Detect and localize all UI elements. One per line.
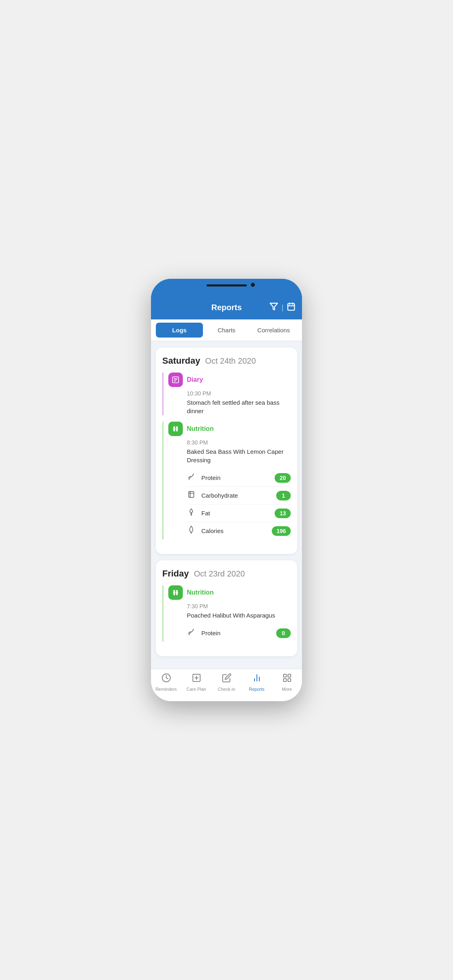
nav-care-plan-label: Care Plan xyxy=(186,687,206,692)
fat-label: Fat xyxy=(201,510,275,517)
protein-label-friday: Protein xyxy=(201,630,276,636)
nutrition-section-saturday: Nutrition 8:30 PM Baked Sea Bass With Le… xyxy=(162,422,291,539)
tabs-bar: Logs Charts Correlations xyxy=(151,319,302,341)
svg-point-19 xyxy=(176,592,178,593)
nutrition-description-saturday: Baked Sea Bass With Lemon Caper Dressing xyxy=(187,447,291,464)
nav-reports-label: Reports xyxy=(249,687,265,692)
calories-icon xyxy=(187,525,198,536)
svg-point-9 xyxy=(174,428,175,429)
svg-rect-31 xyxy=(283,674,286,677)
nutrient-protein-friday: Protein 0 xyxy=(187,624,291,642)
protein-value-friday: 0 xyxy=(276,628,291,638)
nav-reminders-label: Reminders xyxy=(155,687,177,692)
fat-icon xyxy=(187,508,198,519)
nutrition-header-friday: Nutrition xyxy=(168,585,291,600)
nutrient-protein: Protein 20 xyxy=(187,469,291,487)
reminders-icon xyxy=(161,673,171,685)
nutrition-icon-friday xyxy=(168,585,183,600)
svg-point-22 xyxy=(174,594,175,595)
nav-care-plan[interactable]: Care Plan xyxy=(181,673,211,692)
calories-value: 196 xyxy=(272,526,291,536)
nutrition-label-saturday: Nutrition xyxy=(187,425,214,432)
saturday-date: Oct 24th 2020 xyxy=(205,356,256,365)
svg-rect-1 xyxy=(288,304,295,311)
carbohydrate-label: Carbohydrate xyxy=(201,492,276,499)
diary-header: Diary xyxy=(168,373,291,387)
nutrient-calories: Calories 196 xyxy=(187,522,291,539)
nav-reminders[interactable]: Reminders xyxy=(151,673,181,692)
reports-icon xyxy=(252,673,262,685)
fat-value: 13 xyxy=(275,509,291,518)
saturday-card: Saturday Oct 24th 2020 xyxy=(156,348,297,554)
bottom-nav: Reminders Care Plan xyxy=(151,669,302,701)
svg-point-20 xyxy=(174,591,175,592)
more-icon xyxy=(282,673,292,685)
nutrition-time-friday: 7:30 PM xyxy=(187,603,291,609)
protein-value: 20 xyxy=(275,473,291,483)
nav-check-in[interactable]: Check-in xyxy=(211,673,242,692)
diary-label: Diary xyxy=(187,376,203,383)
protein-label: Protein xyxy=(201,474,275,481)
nav-more[interactable]: More xyxy=(272,673,302,692)
phone-frame: Reports | Logs xyxy=(151,279,302,701)
svg-point-18 xyxy=(174,592,175,593)
friday-card: Friday Oct 23rd 2020 xyxy=(156,560,297,656)
app-header: Reports | xyxy=(151,299,302,319)
nutrition-label-friday: Nutrition xyxy=(187,589,214,596)
diary-icon xyxy=(168,373,183,387)
protein-icon-friday xyxy=(187,628,198,638)
svg-rect-33 xyxy=(283,679,286,681)
nutrition-icon-saturday xyxy=(168,422,183,436)
care-plan-icon xyxy=(192,673,201,685)
nav-check-in-label: Check-in xyxy=(218,687,235,692)
phone-body: Logs Charts Correlations Saturday Oct 24… xyxy=(151,319,302,701)
svg-point-10 xyxy=(176,428,178,429)
nutrient-fat: Fat 13 xyxy=(187,504,291,522)
calendar-icon[interactable] xyxy=(287,302,296,313)
header-divider: | xyxy=(281,303,283,312)
protein-icon xyxy=(187,472,198,483)
svg-rect-34 xyxy=(288,679,291,681)
tab-logs[interactable]: Logs xyxy=(156,323,203,338)
carbohydrate-value: 1 xyxy=(276,491,291,500)
notch-area xyxy=(151,279,302,299)
content-area: Saturday Oct 24th 2020 xyxy=(151,341,302,669)
calories-label: Calories xyxy=(201,527,272,534)
svg-point-11 xyxy=(174,427,175,428)
tab-correlations[interactable]: Correlations xyxy=(250,323,297,338)
friday-header: Friday Oct 23rd 2020 xyxy=(162,568,291,579)
nutrition-time-saturday: 8:30 PM xyxy=(187,439,291,446)
nutrition-section-friday: Nutrition 7:30 PM Poached Halibut With A… xyxy=(162,585,291,642)
notch-dot xyxy=(251,283,255,287)
header-actions: | xyxy=(269,302,296,313)
saturday-day-name: Saturday xyxy=(162,356,200,366)
filter-icon[interactable] xyxy=(269,302,278,313)
svg-point-21 xyxy=(176,591,178,592)
nutrition-description-friday: Poached Halibut With Asparagus xyxy=(187,611,291,620)
friday-day-name: Friday xyxy=(162,568,189,579)
svg-point-14 xyxy=(176,430,178,431)
header-title: Reports xyxy=(211,303,242,312)
nav-more-label: More xyxy=(282,687,292,692)
svg-marker-0 xyxy=(270,303,277,310)
nutrient-carbohydrate: Carbohydrate 1 xyxy=(187,487,291,504)
saturday-header: Saturday Oct 24th 2020 xyxy=(162,356,291,366)
friday-date: Oct 23rd 2020 xyxy=(194,569,245,578)
svg-point-12 xyxy=(176,427,178,428)
svg-rect-15 xyxy=(189,492,194,498)
diary-description: Stomach felt settled after sea bass dinn… xyxy=(187,398,291,415)
tab-charts[interactable]: Charts xyxy=(203,323,250,338)
diary-section: Diary 10:30 PM Stomach felt settled afte… xyxy=(162,373,291,415)
diary-time: 10:30 PM xyxy=(187,390,291,397)
carbohydrate-icon xyxy=(187,490,198,501)
svg-point-13 xyxy=(174,430,175,431)
svg-rect-32 xyxy=(288,674,291,677)
nutrition-header-saturday: Nutrition xyxy=(168,422,291,436)
nav-reports[interactable]: Reports xyxy=(242,673,272,692)
svg-point-23 xyxy=(176,594,178,595)
check-in-icon xyxy=(222,673,232,685)
notch-bar xyxy=(207,284,247,286)
